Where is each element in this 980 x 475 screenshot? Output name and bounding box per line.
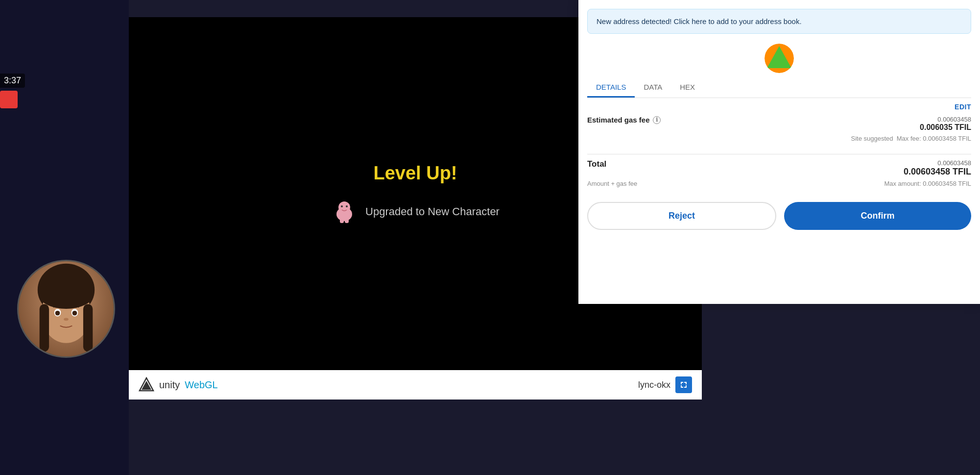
tab-data[interactable]: DATA	[635, 78, 671, 98]
webcam-face	[19, 261, 114, 356]
avatar-circle	[765, 44, 794, 73]
character-icon	[331, 199, 358, 225]
fee-values: 0.00603458 0.006035 TFIL	[920, 116, 971, 132]
left-sidebar	[0, 0, 129, 475]
site-suggested-row: Site suggested Max fee: 0.00603458 TFIL	[587, 135, 971, 142]
svg-point-15	[64, 318, 69, 321]
max-fee-value: 0.00603458 TFIL	[923, 135, 971, 142]
site-suggested-label: Site suggested	[851, 135, 893, 142]
unity-logo: unity WebGL	[139, 377, 218, 393]
unity-label: unity	[159, 379, 180, 391]
notification-banner[interactable]: New address detected! Click here to add …	[587, 9, 971, 34]
total-label: Total	[587, 159, 606, 169]
svg-rect-16	[40, 304, 49, 351]
character-row: Upgraded to New Character	[331, 199, 500, 225]
record-indicator	[0, 91, 18, 108]
total-values: 0.00603458 0.00603458 TFIL	[904, 159, 971, 177]
wallet-tabs: DETAILS DATA HEX	[587, 78, 971, 98]
fee-label: Estimated gas fee ℹ	[587, 116, 661, 124]
fee-small-value: 0.00603458	[920, 116, 971, 123]
reject-button[interactable]: Reject	[587, 202, 776, 230]
action-buttons: Reject Confirm	[578, 192, 980, 240]
svg-point-12	[55, 311, 60, 316]
edit-link[interactable]: EDIT	[578, 98, 980, 111]
tab-details[interactable]: DETAILS	[587, 78, 635, 98]
divider	[587, 154, 971, 154]
svg-rect-4	[340, 217, 344, 223]
fee-main-value: 0.006035 TFIL	[920, 123, 971, 132]
wallet-avatar	[578, 39, 980, 73]
svg-rect-5	[345, 217, 349, 223]
svg-point-14	[72, 311, 77, 316]
upgraded-text: Upgraded to New Character	[365, 205, 500, 218]
fee-info-icon[interactable]: ℹ	[653, 116, 661, 124]
timer-display: 3:37	[0, 74, 25, 88]
amount-gas-label: Amount + gas fee	[587, 180, 637, 187]
tab-hex[interactable]: HEX	[671, 78, 704, 98]
webgl-label: WebGL	[185, 379, 217, 391]
total-row: Total 0.00603458 0.00603458 TFIL	[587, 159, 971, 177]
lync-area: lync-okx	[638, 376, 692, 393]
svg-point-2	[341, 205, 343, 207]
wallet-panel: New address detected! Click here to add …	[578, 0, 980, 304]
total-section: Total 0.00603458 0.00603458 TFIL Amount …	[578, 159, 980, 187]
fee-section: Estimated gas fee ℹ 0.00603458 0.006035 …	[578, 111, 980, 149]
unity-logo-icon	[139, 377, 154, 393]
svg-rect-17	[83, 304, 93, 351]
svg-point-10	[40, 282, 93, 309]
face-svg	[19, 261, 114, 356]
total-small-value: 0.00603458	[904, 159, 971, 167]
lync-text: lync-okx	[638, 380, 670, 390]
webcam	[17, 260, 115, 358]
max-amount-info: Max amount: 0.00603458 TFIL	[884, 180, 971, 187]
level-up-text: Level Up!	[373, 163, 457, 184]
svg-point-1	[338, 201, 350, 213]
svg-point-3	[346, 205, 348, 207]
max-fee-label: Max fee:	[897, 135, 921, 142]
confirm-button[interactable]: Confirm	[784, 202, 971, 230]
total-main-value: 0.00603458 TFIL	[904, 167, 971, 177]
fee-row: Estimated gas fee ℹ 0.00603458 0.006035 …	[587, 116, 971, 132]
amount-gas-row: Amount + gas fee Max amount: 0.00603458 …	[587, 180, 971, 187]
bottom-bar: unity WebGL lync-okx	[129, 370, 702, 400]
expand-button[interactable]	[675, 376, 692, 393]
